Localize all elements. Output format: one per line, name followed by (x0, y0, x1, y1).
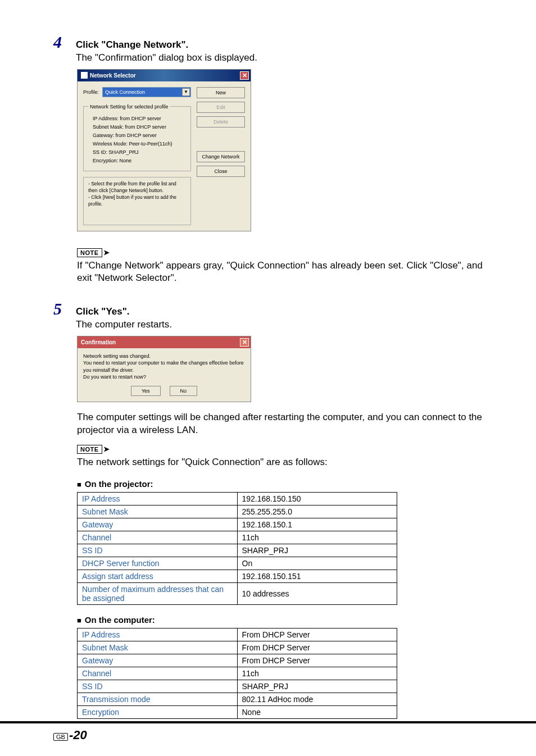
cell-label: Channel (78, 667, 238, 680)
cell-label: Gateway (78, 654, 238, 667)
spacer (197, 131, 245, 148)
table-row: GatewayFrom DHCP Server (78, 654, 397, 667)
cell-label: IP Address (78, 492, 238, 505)
cell-value: From DHCP Server (237, 654, 397, 667)
ns-tip-1: - Select the profile from the profile li… (88, 181, 186, 194)
app-icon (81, 72, 88, 79)
profile-dropdown[interactable]: Quick Connection ▼ (102, 87, 191, 97)
confirmation-screenshot: Confirmation ✕ Network setting was chang… (77, 336, 251, 402)
table-row: DHCP Server functionOn (78, 557, 397, 570)
ns-profile-row: Profile: Quick Connection ▼ (83, 87, 191, 97)
table-row: Channel11ch (78, 531, 397, 544)
close-icon[interactable]: ✕ (240, 338, 249, 347)
ns-ip: IP Address: from DHCP server (93, 116, 186, 121)
cell-label: Gateway (78, 518, 238, 531)
projector-settings-table: IP Address192.168.150.150Subnet Mask255.… (77, 492, 397, 605)
cell-value: 255.255.255.0 (237, 505, 397, 518)
ns-ssid: SS ID: SHARP_PRJ (93, 149, 186, 155)
bullet-icon: ■ (77, 616, 81, 625)
cell-label: SS ID (78, 680, 238, 693)
footer-label: GB -20 (53, 728, 536, 743)
note-tag-2: NOTE ➤ (77, 445, 110, 454)
close-icon[interactable]: ✕ (240, 71, 249, 80)
cell-label: Transmission mode (78, 693, 238, 705)
table-row: Number of maximum addresses that can be … (78, 582, 397, 604)
cell-value: 192.168.150.150 (237, 492, 397, 505)
table-row: Subnet Mask255.255.255.0 (78, 505, 397, 518)
region-badge: GB (53, 733, 68, 741)
cell-label: Encryption (78, 705, 238, 718)
yes-button[interactable]: Yes (131, 386, 161, 396)
note-5-intro: The network settings for "Quick Connecti… (77, 456, 483, 469)
cell-value: 192.168.150.151 (237, 570, 397, 582)
step-5-title: Click "Yes". (76, 306, 483, 317)
profile-label: Profile: (83, 89, 99, 95)
note-tag-1: NOTE ➤ (77, 248, 110, 257)
ns-wmode: Wireless Mode: Peer-to-Peer(11ch) (93, 141, 186, 147)
network-selector-screenshot: Network Selector ✕ Profile: Quick Connec… (77, 69, 251, 231)
conf-title: Confirmation (81, 339, 116, 345)
computer-settings-table: IP AddressFrom DHCP ServerSubnet MaskFro… (77, 628, 397, 719)
bullet-icon: ■ (77, 480, 81, 489)
cell-value: 11ch (237, 667, 397, 680)
ns-tips-box: - Select the profile from the profile li… (83, 177, 191, 225)
note-arrow-icon: ➤ (103, 249, 110, 256)
delete-button[interactable]: Delete (197, 116, 245, 127)
ns-gateway: Gateway: from DHCP server (93, 133, 186, 138)
step-5-row: 5 Click "Yes". The computer restarts. (53, 300, 483, 331)
edit-button[interactable]: Edit (197, 102, 245, 113)
cell-value: 11ch (237, 531, 397, 544)
cell-value: From DHCP Server (237, 641, 397, 654)
new-button[interactable]: New (197, 87, 245, 98)
ns-body: Profile: Quick Connection ▼ Network Sett… (78, 81, 251, 231)
ns-settings-fieldset: Network Setting for selected profile IP … (83, 104, 191, 171)
cell-label: Assign start address (78, 570, 238, 582)
computer-heading-text: On the computer: (85, 615, 155, 625)
ns-titlebar-left: Network Selector (81, 72, 136, 79)
step-4-desc: The "Confirmation" dialog box is display… (76, 52, 483, 65)
page-number: -20 (69, 728, 87, 743)
ns-fieldset-legend: Network Setting for selected profile (88, 104, 170, 110)
cell-value: From DHCP Server (237, 628, 397, 641)
page-footer: GB -20 (0, 721, 536, 743)
change-network-button[interactable]: Change Network (197, 151, 245, 162)
conf-message: Network setting was changed. You need to… (83, 353, 245, 380)
table-row: EncryptionNone (78, 705, 397, 718)
table-row: Subnet MaskFrom DHCP Server (78, 641, 397, 654)
cell-value: 10 addresses (237, 582, 397, 604)
table-row: Gateway192.168.150.1 (78, 518, 397, 531)
after-restart-text: The computer settings will be changed af… (77, 411, 483, 437)
cell-label: DHCP Server function (78, 557, 238, 570)
ns-titlebar: Network Selector ✕ (78, 70, 251, 81)
chevron-down-icon[interactable]: ▼ (182, 88, 190, 96)
ns-right-buttons: New Edit Delete Change Network Close (197, 87, 245, 225)
cell-value: 802.11 AdHoc mode (237, 693, 397, 705)
step-5-number: 5 (53, 300, 67, 317)
cell-label: SS ID (78, 544, 238, 557)
ns-subnet: Subnet Mask: from DHCP server (93, 124, 186, 130)
step-5-desc: The computer restarts. (76, 318, 483, 331)
table-row: Transmission mode802.11 AdHoc mode (78, 693, 397, 705)
table-row: SS IDSHARP_PRJ (78, 544, 397, 557)
cell-label: Channel (78, 531, 238, 544)
no-button[interactable]: No (170, 386, 198, 396)
table-row: SS IDSHARP_PRJ (78, 680, 397, 693)
conf-body: Network setting was changed. You need to… (78, 348, 251, 402)
cell-value: SHARP_PRJ (237, 544, 397, 557)
projector-heading: ■On the projector: (77, 479, 483, 489)
step-4-row: 4 Click "Change Network". The "Confirmat… (53, 34, 483, 65)
table-row: IP Address192.168.150.150 (78, 492, 397, 505)
cell-label: Subnet Mask (78, 641, 238, 654)
step-5-content: Click "Yes". The computer restarts. (76, 306, 483, 331)
cell-label: IP Address (78, 628, 238, 641)
conf-buttons: Yes No (83, 386, 245, 396)
step-4-number: 4 (53, 34, 67, 51)
note-arrow-icon: ➤ (103, 445, 110, 453)
computer-heading: ■On the computer: (77, 615, 483, 625)
table-row: Assign start address192.168.150.151 (78, 570, 397, 582)
cell-value: 192.168.150.1 (237, 518, 397, 531)
close-button[interactable]: Close (197, 166, 245, 177)
cell-label: Subnet Mask (78, 505, 238, 518)
ns-left-panel: Profile: Quick Connection ▼ Network Sett… (83, 87, 191, 225)
conf-titlebar: Confirmation ✕ (78, 336, 251, 348)
